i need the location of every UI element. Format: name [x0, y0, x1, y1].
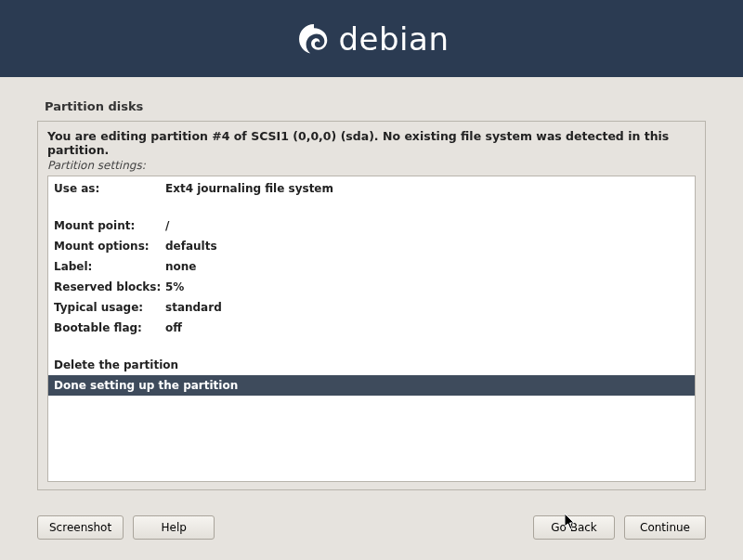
list-item[interactable]: Use as:Ext4 journaling file system — [48, 178, 695, 199]
panel: You are editing partition #4 of SCSI1 (0… — [37, 121, 706, 490]
setting-value: Ext4 journaling file system — [165, 180, 333, 197]
debian-logo: debian — [294, 20, 450, 59]
swirl-icon — [294, 20, 333, 59]
list-item[interactable]: Reserved blocks:5% — [48, 277, 695, 297]
go-back-button[interactable]: Go Back — [533, 515, 615, 540]
banner: debian — [0, 0, 743, 77]
setting-key: Use as: — [54, 180, 165, 197]
page-title: Partition disks — [45, 99, 706, 113]
partition-settings-list[interactable]: Use as:Ext4 journaling file systemMount … — [47, 176, 696, 482]
setting-key: Typical usage: — [54, 299, 165, 316]
setting-key: Label: — [54, 258, 165, 275]
setting-value: / — [165, 217, 169, 234]
list-item[interactable]: Typical usage:standard — [48, 297, 695, 318]
setting-value: none — [165, 258, 196, 275]
list-spacer — [48, 338, 695, 355]
setting-value: off — [165, 319, 182, 336]
list-spacer — [48, 199, 695, 215]
setting-value: standard — [165, 299, 222, 316]
setting-key: Mount point: — [54, 217, 165, 234]
instruction-text: You are editing partition #4 of SCSI1 (0… — [47, 129, 696, 157]
setting-key: Reserved blocks: — [54, 279, 165, 295]
list-item[interactable]: Label:none — [48, 256, 695, 277]
list-item[interactable]: Mount point:/ — [48, 215, 695, 236]
list-action[interactable]: Done setting up the partition — [48, 375, 695, 396]
brand-text: debian — [339, 20, 450, 58]
help-button[interactable]: Help — [133, 515, 215, 540]
screenshot-button[interactable]: Screenshot — [37, 515, 124, 540]
setting-key: Mount options: — [54, 238, 165, 254]
setting-value: defaults — [165, 238, 217, 254]
subhead-text: Partition settings: — [47, 159, 696, 172]
list-item[interactable]: Mount options:defaults — [48, 236, 695, 256]
continue-button[interactable]: Continue — [624, 515, 706, 540]
list-action[interactable]: Delete the partition — [48, 355, 695, 375]
list-item[interactable]: Bootable flag:off — [48, 318, 695, 338]
content-area: Partition disks You are editing partitio… — [0, 77, 743, 490]
setting-value: 5% — [165, 279, 184, 295]
setting-key: Bootable flag: — [54, 319, 165, 336]
footer: Screenshot Help Go Back Continue — [37, 515, 706, 540]
